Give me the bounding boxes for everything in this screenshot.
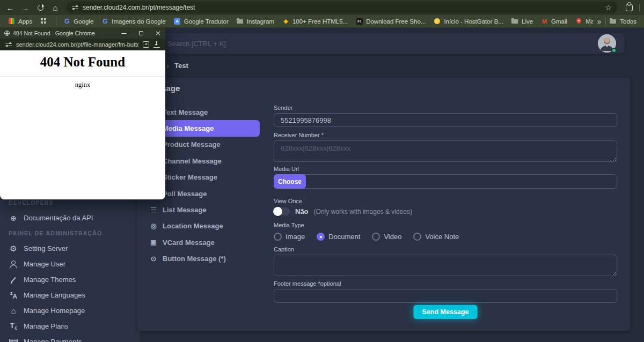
media-type-radio[interactable]: Video	[372, 233, 401, 241]
sidebar-item-label: Setting Server	[24, 244, 68, 252]
bookmark-item[interactable]: Gmail	[537, 16, 570, 26]
close-icon[interactable]	[156, 31, 161, 36]
forward-icon[interactable]: →	[19, 2, 31, 13]
divider	[0, 77, 165, 77]
media-url-wrap: Choose	[274, 174, 617, 189]
site-settings-icon[interactable]	[5, 42, 12, 48]
view-once-row: Não (Only works with images & videos)	[274, 207, 617, 215]
bookmark-item[interactable]: Maps	[572, 16, 592, 26]
bookmark-item[interactable]: Instagram	[233, 16, 277, 26]
media-type-radio[interactable]: Voice Note	[413, 233, 459, 241]
bookmark-item[interactable]: Apps	[4, 16, 35, 26]
sidebar-item-label: Manage User	[24, 260, 65, 268]
gmail-icon	[540, 17, 548, 25]
sidebar-item[interactable]: Manage Homepage	[0, 303, 140, 318]
sidebar-item-label: Manage Payments	[24, 338, 82, 342]
site-settings-icon[interactable]	[72, 5, 78, 11]
message-menu-item[interactable]: VCard Message	[144, 234, 260, 250]
message-menu-item[interactable]: Button Message (*)	[144, 251, 260, 267]
user-avatar[interactable]	[598, 34, 616, 53]
bookmark-star-icon[interactable]: ☆	[605, 3, 612, 12]
back-icon[interactable]: ←	[4, 2, 16, 13]
media-type-radio[interactable]: Image	[274, 233, 305, 241]
sidebar-item[interactable]: Manage Plans	[0, 318, 140, 334]
bookmark-item[interactable]: Live	[508, 16, 536, 26]
maximize-icon[interactable]	[138, 31, 144, 36]
sender-input[interactable]	[274, 113, 617, 127]
vcard-icon	[149, 238, 158, 247]
html5-icon	[282, 17, 290, 25]
bookmark-item[interactable]: Google Tradutor	[170, 16, 232, 26]
address-bar[interactable]: sender.cloud24.com.br/pt/message/test ☆	[67, 2, 617, 13]
bookmark-item[interactable]	[36, 16, 56, 26]
media-type-group: Media Type Image Document Video Voice No…	[274, 222, 617, 241]
popup-titlebar[interactable]: 404 Not Found - Google Chrome	[0, 28, 165, 39]
bookmark-item[interactable]: Download Free Sho...	[352, 16, 429, 26]
bookmarks-bar: Apps Google Imagens do Google Google Tra…	[0, 15, 644, 28]
extensions-icon[interactable]	[626, 4, 633, 11]
menu-item-label: List Message	[163, 206, 207, 214]
server-name: nginx	[0, 81, 165, 89]
sidebar-item-label: Manage Languages	[24, 291, 85, 299]
popup-window-title: 404 Not Found - Google Chrome	[13, 30, 109, 36]
sidebar-item[interactable]: Manage User	[0, 256, 140, 272]
breadcrumb-current[interactable]: Test	[174, 62, 188, 70]
message-card: Message Text Message Media Message Produ…	[137, 78, 630, 331]
users-icon	[9, 260, 18, 269]
media-url-input[interactable]	[274, 174, 617, 189]
bookmarks-list: Apps Google Imagens do Google Google Tra…	[4, 16, 593, 26]
choose-button[interactable]: Choose	[274, 174, 306, 189]
folder-icon	[609, 17, 617, 25]
view-once-toggle[interactable]	[274, 207, 290, 215]
send-message-button[interactable]: Send Message	[414, 305, 478, 319]
hostgator-icon	[433, 17, 441, 25]
menu-item-label: Location Message	[163, 222, 223, 230]
list-icon	[149, 206, 158, 214]
navbar-separator	[639, 4, 640, 11]
sidebar-item-label: Manage Themes	[24, 276, 76, 284]
card-icon	[9, 338, 18, 342]
bookmarks-overflow-icon[interactable]: »	[593, 17, 606, 26]
home-icon[interactable]: ⌂	[49, 2, 61, 13]
translate-icon[interactable]	[143, 41, 149, 48]
caption-input[interactable]	[274, 255, 617, 276]
sidebar-item-label: Manage Plans	[24, 322, 68, 330]
sidebar-item[interactable]: Manage Payments	[0, 334, 140, 342]
translate-badge-icon	[173, 17, 181, 25]
url-text[interactable]: sender.cloud24.com.br/pt/message/test	[83, 4, 601, 11]
radio-label: Voice Note	[425, 233, 459, 241]
receiver-input[interactable]	[274, 140, 617, 162]
bookmark-label: Gmail	[551, 18, 567, 25]
caption-label: Caption	[274, 246, 617, 252]
reload-icon[interactable]	[34, 2, 46, 13]
bookmark-item[interactable]: 100+ Free HTML5...	[279, 16, 351, 26]
sidebar-item[interactable]: Manage Themes	[0, 272, 140, 287]
popup-address-bar[interactable]: sender.cloud24.com.br/pt/file-manager/fm…	[0, 39, 165, 50]
menu-item-label: Product Message	[163, 140, 221, 148]
bookmark-item[interactable]: Google	[60, 16, 97, 26]
menu-item-label: Media Message	[163, 124, 214, 132]
message-menu-item[interactable]: Location Message	[144, 218, 260, 234]
message-menu-item[interactable]: List Message	[144, 202, 260, 218]
bookmark-item[interactable]: Início - HostGator B...	[430, 16, 507, 26]
media-type-radio[interactable]: Document	[317, 233, 360, 241]
minimize-icon[interactable]	[121, 31, 127, 36]
radio-label: Video	[384, 233, 401, 241]
popup-url-text[interactable]: sender.cloud24.com.br/pt/file-manager/fm…	[16, 41, 138, 48]
home-icon	[9, 307, 18, 315]
footer-input[interactable]	[274, 289, 617, 303]
view-once-label: View Once	[274, 198, 617, 204]
all-bookmarks-item[interactable]: Todos	[606, 16, 640, 26]
bookmark-label: Início - HostGator B...	[444, 18, 503, 25]
bookmark-label: Download Free Sho...	[366, 18, 426, 25]
bookmark-label: Google Tradutor	[184, 18, 229, 25]
download-icon[interactable]	[153, 41, 160, 48]
online-status-dot	[611, 48, 617, 53]
receiver-group: Receiver Number *	[274, 132, 617, 164]
sidebar-item[interactable]: Manage Languages	[0, 287, 140, 303]
sidebar-item[interactable]: Documentação da API	[0, 210, 140, 226]
search-input[interactable]	[167, 40, 328, 48]
bookmark-item[interactable]: Imagens do Google	[98, 16, 169, 26]
sidebar-item[interactable]: Setting Server	[0, 241, 140, 256]
caption-group: Caption	[274, 246, 617, 278]
